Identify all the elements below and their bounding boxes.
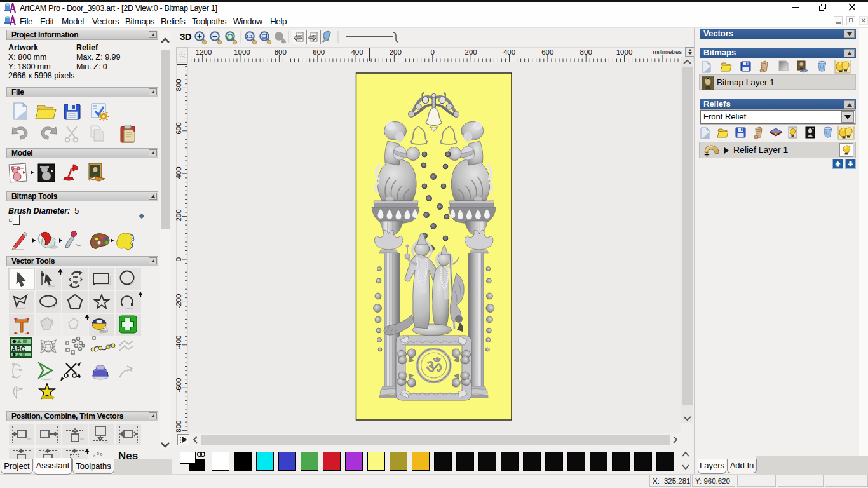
svg-text:-800: -800 bbox=[176, 420, 182, 433]
svg-text:400: 400 bbox=[176, 166, 182, 179]
svg-text:800: 800 bbox=[580, 48, 592, 56]
svg-text:-600: -600 bbox=[310, 48, 325, 56]
svg-text:millimetres: millimetres bbox=[653, 48, 682, 55]
svg-text:-1200: -1200 bbox=[193, 48, 212, 56]
svg-text:400: 400 bbox=[503, 48, 515, 56]
svg-text:-400: -400 bbox=[176, 335, 182, 349]
svg-text:0: 0 bbox=[431, 48, 435, 56]
svg-text:0: 0 bbox=[176, 257, 182, 261]
svg-text:-1000: -1000 bbox=[231, 48, 250, 56]
svg-text:-800: -800 bbox=[272, 48, 287, 56]
svg-text:-200: -200 bbox=[387, 48, 402, 56]
svg-text:c: c bbox=[100, 451, 103, 456]
svg-text:-200: -200 bbox=[176, 294, 182, 308]
svg-text:ॐ: ॐ bbox=[426, 355, 442, 376]
svg-text:800: 800 bbox=[176, 79, 182, 91]
svg-text:1:1: 1:1 bbox=[247, 34, 253, 39]
svg-text:-400: -400 bbox=[349, 48, 363, 56]
svg-text:b: b bbox=[97, 451, 99, 456]
svg-text:200: 200 bbox=[176, 209, 182, 221]
svg-text:600: 600 bbox=[541, 48, 553, 56]
svg-text:600: 600 bbox=[176, 122, 182, 134]
svg-text:200: 200 bbox=[465, 48, 477, 56]
svg-text:-600: -600 bbox=[176, 377, 182, 392]
svg-text:1000: 1000 bbox=[616, 48, 633, 56]
svg-text:ABC: ABC bbox=[11, 346, 25, 353]
